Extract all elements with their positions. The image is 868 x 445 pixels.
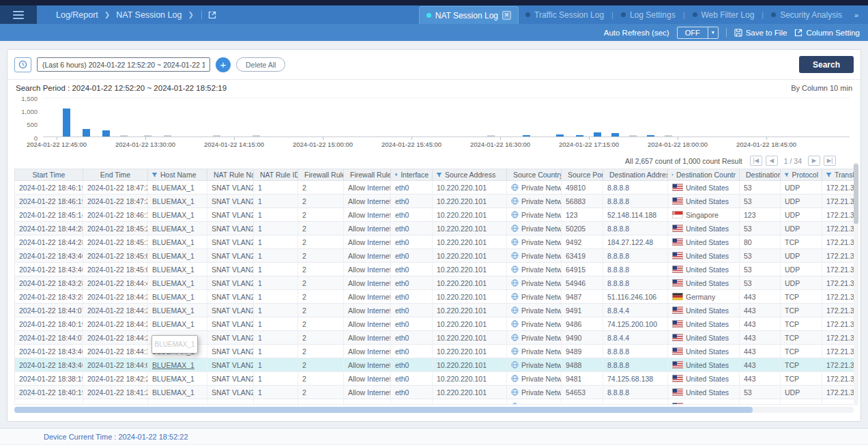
column-header-start-time[interactable]: Start Time [15,169,83,180]
next-page-button[interactable]: ▶ [808,156,820,166]
host-name-link[interactable]: BLUEMAX_1 [152,361,194,369]
table-row[interactable]: 2024-01-22 18:45:142024-01-22 18:46:14BL… [14,208,854,222]
flag-us-icon [672,375,683,382]
table-row[interactable]: 2024-01-22 18:44:072024-01-22 18:44:26BL… [14,331,854,345]
delete-all-button[interactable]: Delete All [236,57,285,72]
search-button[interactable]: Search [799,56,854,73]
cell-nat_rule_id: 1 [254,290,298,303]
table-row[interactable]: 2024-01-22 18:40:192024-01-22 18:44:35BL… [14,317,854,331]
menu-hamburger-button[interactable] [0,5,37,24]
first-page-button[interactable]: |◀ [750,156,762,166]
column-header-firewall-rule[interactable]: Firewall Rule [344,169,391,180]
source-country-label: Private Network [521,375,562,383]
column-header-label: Firewall Rule [304,171,344,179]
column-header-label: Destination Countr [676,171,736,179]
cell-fw_rule: Allow Internet fi [344,345,391,358]
column-header-destination-p[interactable]: Destination P [740,169,781,180]
cell-iface: eth0 [391,235,433,248]
table-row[interactable]: 2024-01-22 18:43:282024-01-22 18:44:44BL… [14,276,854,290]
column-header-end-time[interactable]: End Time [83,169,148,180]
column-header-translat[interactable]: Translat [822,169,854,180]
chart-bar [164,135,171,137]
column-header-label: End Time [100,171,130,179]
tab-status-dot [525,12,530,17]
cell-iface: eth0 [391,263,433,276]
cell-src_port: 9486 [562,317,603,330]
column-header-label: Interface [401,171,429,179]
cell-start: 2024-01-22 18:43:46 [15,263,83,276]
toolbar: Auto Refresh (sec) OFF ▾ Save to File Co… [0,24,868,41]
last-page-button[interactable]: ▶| [824,156,836,166]
column-header-host-name[interactable]: Host Name [148,169,207,180]
x-axis-tick [589,137,590,140]
open-in-new-window-icon[interactable] [208,11,216,19]
horizontal-scrollbar-thumb[interactable] [14,407,753,413]
cell-nat_rule: SNAT VLAN220 [207,345,254,358]
column-header-nat-rule-nar[interactable]: NAT Rule Nar [207,169,254,180]
column-header-nat-rule-id[interactable]: NAT Rule ID [254,169,298,180]
cell-fw_rule: Allow Internet fi [344,358,391,371]
cell-fw_rule: Allow Internet fi [344,276,391,289]
tab-traffic-session-log[interactable]: Traffic Session Log [519,5,611,24]
source-country-label: Private Network [521,361,562,369]
source-country-label: Private Network [521,306,562,315]
column-header-source-port[interactable]: Source Port [562,169,603,180]
time-range-button[interactable] [14,57,31,72]
cell-src_addr: 10.220.220.101 [433,222,507,235]
horizontal-scrollbar[interactable] [14,407,854,413]
tab-close-icon[interactable]: ✕ [502,11,511,20]
cell-fw_rule: Allow Internet fi [344,235,391,248]
table-row[interactable]: 2024-01-22 18:40:192024-01-22 18:41:25BL… [14,386,854,399]
destination-country-label: United States [686,238,729,246]
cell-nat_rule_id: 1 [254,372,298,385]
cell-dst_port: 80 [740,235,781,248]
cell-iface: eth0 [391,345,433,358]
source-country-label: Private Network [521,184,562,192]
table-row[interactable]: 2024-01-22 18:46:192024-01-22 18:47:36BL… [14,195,854,208]
column-header-label: Translat [835,171,854,179]
cell-translated: 172.21.3.97 [822,372,854,385]
cell-dst_country: Germany [668,290,740,303]
cell-fw_rule_id: 2 [298,358,344,371]
breadcrumb-item-log-report[interactable]: Log/Report [56,10,98,20]
prev-page-button[interactable]: ◀ [766,156,778,166]
cell-dst_country: United States [668,304,740,317]
table-row[interactable]: 2024-01-22 18:44:282024-01-22 18:45:11BL… [14,235,854,249]
more-tabs-button[interactable]: » [849,11,864,19]
column-header-source-country[interactable]: Source Country [507,169,562,180]
time-range-input[interactable] [37,57,210,72]
column-header-firewall-rule[interactable]: Firewall Rule [298,169,344,180]
cell-host: BLUEMAX_1 [148,290,207,303]
column-setting-button[interactable]: Column Setting [794,29,860,37]
column-header-protocol[interactable]: Protocol [781,169,822,180]
column-header-destination-addres[interactable]: Destination Addres [603,169,668,180]
chart-bar [629,135,637,137]
tab-security-analysis[interactable]: Security Analysis [764,5,849,24]
x-axis-tick-label: 2024-01-22 15:00:00 [293,141,353,148]
table-row[interactable]: 2024-01-22 18:44:282024-01-22 18:45:29BL… [14,222,854,235]
table-row[interactable]: 2024-01-22 18:43:462024-01-22 18:45:02BL… [14,249,854,263]
cell-src_addr: 10.220.220.101 [433,263,507,276]
cell-src_port: 54946 [562,276,603,289]
column-header-source-address[interactable]: Source Address [433,169,507,180]
column-header-interface[interactable]: Interface [391,169,433,180]
tab-web-filter-log[interactable]: Web Filter Log [686,5,762,24]
vertical-scrollbar[interactable] [854,162,858,405]
table-row[interactable]: 2024-01-22 18:38:192024-01-22 18:42:28BL… [14,372,854,386]
table-row[interactable]: 2024-01-22 18:43:462024-01-22 18:45:02BL… [14,263,854,276]
vertical-scrollbar-thumb[interactable] [854,164,858,224]
tab-nat-session-log[interactable]: NAT Session Log✕ [419,6,519,24]
column-header-destination-countr[interactable]: Destination Countr [668,169,740,180]
table-row[interactable]: 2024-01-22 18:43:462024-01-22 18:44:17BL… [14,345,854,358]
tab-log-settings[interactable]: Log Settings [614,5,682,24]
add-filter-button[interactable]: + [216,57,231,72]
destination-country-label: Germany [686,293,715,301]
auto-refresh-dropdown[interactable]: OFF ▾ [677,27,719,39]
save-icon [734,29,742,37]
table-row[interactable]: 2024-01-22 18:43:462024-01-22 18:44:08BL… [14,358,854,372]
table-row[interactable]: 2024-01-22 18:43:282024-01-22 18:44:35BL… [14,290,854,304]
table-row[interactable]: 2024-01-22 18:44:072024-01-22 18:44:35BL… [14,304,854,317]
breadcrumb-item-nat-session-log[interactable]: NAT Session Log [116,10,182,20]
save-to-file-button[interactable]: Save to File [734,29,787,37]
table-row[interactable]: 2024-01-22 18:46:192024-01-22 18:47:36BL… [14,181,854,195]
